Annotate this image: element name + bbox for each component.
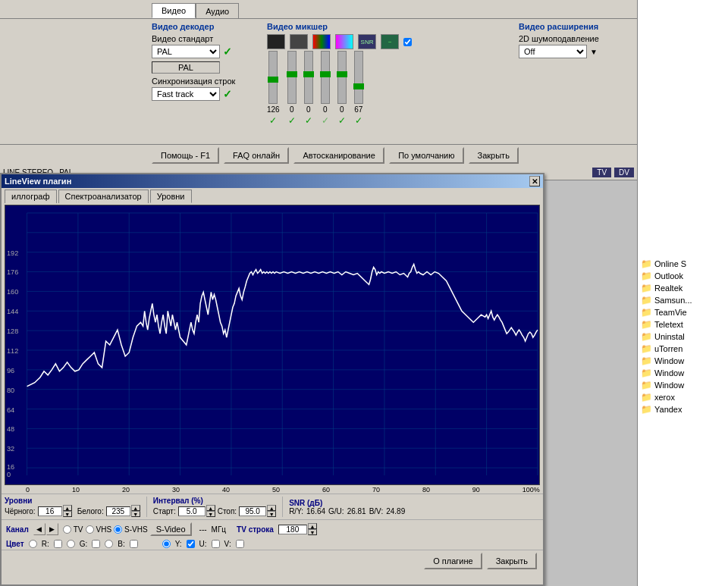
help-button[interactable]: Помощь - F1	[152, 147, 219, 164]
folder-label-xerox: xerox	[654, 393, 675, 402]
black-input[interactable]	[38, 506, 62, 516]
white-input[interactable]	[106, 506, 130, 516]
r-check[interactable]	[54, 540, 62, 548]
slider-2-track[interactable]	[287, 51, 297, 104]
folder-teletext[interactable]: 📁 Teletext	[638, 318, 728, 331]
slider-5-thumb[interactable]	[337, 71, 347, 77]
folder-teamviewer[interactable]: 📁 TeamVie	[638, 306, 728, 318]
mixer-icon-2	[290, 34, 308, 49]
tab-levels[interactable]: Уровни	[150, 190, 192, 203]
autoscan-button[interactable]: Автосканирование	[293, 147, 384, 164]
tv-row-spin-down[interactable]: ▼	[308, 529, 317, 535]
vhs-radio[interactable]	[86, 525, 94, 534]
video-decoder-section: Видео декодер Видео стандарт PAL ✓ PAL С…	[152, 22, 258, 126]
close-top-button[interactable]: Закрыть	[469, 147, 519, 164]
stop-input[interactable]	[239, 506, 266, 516]
slider-1: 126 ✓	[267, 51, 280, 126]
video-ext-section: Видео расширения 2D шумоподавление Off ▼	[519, 22, 617, 126]
slider-3-thumb[interactable]	[303, 71, 314, 77]
svhs-radio[interactable]	[114, 525, 122, 534]
video-standard-select[interactable]: PAL	[152, 45, 220, 58]
ry-value: 16.64	[306, 507, 325, 515]
svhs-radio-label: S-VHS	[124, 525, 148, 534]
slider-2-thumb[interactable]	[287, 71, 297, 77]
white-spin-down[interactable]: ▼	[131, 511, 140, 517]
slider-6-check: ✓	[355, 115, 362, 126]
folder-utorrent[interactable]: 📁 uTorren	[638, 343, 728, 355]
folder-uninstall[interactable]: 📁 Uninstal	[638, 331, 728, 343]
noise-reduction-arrow: ▼	[590, 48, 598, 56]
x-label-30: 30	[172, 486, 180, 494]
stop-spin-down[interactable]: ▼	[267, 511, 276, 517]
start-input[interactable]	[178, 506, 206, 516]
v-label: V:	[224, 540, 231, 548]
slider-1-track[interactable]	[268, 51, 278, 104]
mixer-checkbox[interactable]	[403, 38, 412, 46]
slider-6-thumb[interactable]	[353, 83, 364, 89]
folder-label-windows-1: Window	[654, 356, 684, 365]
svideo-button[interactable]: S-Video	[150, 522, 192, 536]
stop-spin-up[interactable]: ▲	[267, 505, 276, 511]
b-check[interactable]	[130, 540, 138, 548]
noise-reduction-row: Off ▼	[519, 45, 617, 58]
b-radio[interactable]	[105, 540, 113, 548]
black-spin-down[interactable]: ▼	[63, 511, 72, 517]
folder-windows-2[interactable]: 📁 Window	[638, 367, 728, 379]
folder-realtek[interactable]: 📁 Realtek	[638, 282, 728, 294]
tabs-bar: Видео Аудио	[0, 0, 728, 18]
start-spin: ▲ ▼	[178, 505, 215, 517]
slider-6-track[interactable]	[354, 51, 363, 104]
tv-radio[interactable]	[63, 525, 71, 534]
channel-down-btn[interactable]: ◀	[33, 523, 46, 535]
u-check[interactable]	[212, 540, 220, 548]
noise-reduction-select[interactable]: Off	[519, 45, 587, 58]
tv-row-spin-up[interactable]: ▲	[308, 523, 317, 529]
folder-xerox[interactable]: 📁 xerox	[638, 391, 728, 403]
window-close-icon[interactable]: ✕	[529, 176, 540, 186]
tv-row-input[interactable]	[278, 525, 307, 534]
tab-audio[interactable]: Аудио	[196, 3, 239, 18]
slider-4-thumb[interactable]	[320, 71, 331, 77]
tab-oscillograph[interactable]: иллограф	[5, 190, 57, 203]
channel-up-btn[interactable]: ▶	[46, 523, 58, 535]
start-spin-down[interactable]: ▼	[206, 511, 215, 517]
black-spin-up[interactable]: ▲	[63, 505, 72, 511]
stop-spin: ▲ ▼	[239, 505, 276, 517]
folder-samsung[interactable]: 📁 Samsun...	[638, 294, 728, 306]
slider-5-track[interactable]	[337, 51, 347, 104]
slider-1-thumb[interactable]	[268, 77, 278, 83]
folder-yandex[interactable]: 📁 Yandex	[638, 403, 728, 415]
g-check[interactable]	[92, 540, 100, 548]
svg-text:48: 48	[7, 425, 14, 433]
tab-spectrum[interactable]: Спектроанализатор	[58, 190, 149, 203]
slider-2-value: 0	[290, 105, 294, 114]
video-ext-label: Видео расширения	[519, 22, 617, 31]
folder-icon-teletext: 📁	[641, 319, 652, 330]
y-radio[interactable]	[162, 540, 171, 548]
x-label-20: 20	[122, 486, 130, 494]
r-radio[interactable]	[29, 540, 37, 548]
mixer-icons-row: SNR ~	[267, 34, 494, 49]
channel-label: Канал	[6, 525, 29, 534]
faq-button[interactable]: FAQ онлайн	[224, 147, 289, 164]
folder-outlook[interactable]: 📁 Outlook	[638, 270, 728, 282]
tv-radio-row: TV VHS S-VHS S-Video	[63, 522, 192, 536]
about-button[interactable]: О плагине	[424, 553, 482, 569]
slider-3-track[interactable]	[304, 51, 313, 104]
default-button[interactable]: По умолчанию	[389, 147, 463, 164]
mixer-icon-6: ~	[381, 34, 399, 49]
folder-windows-3[interactable]: 📁 Window	[638, 379, 728, 391]
x-label-100: 100%	[522, 486, 540, 494]
v-check[interactable]	[236, 540, 244, 548]
sync-select[interactable]: Fast track	[152, 87, 220, 101]
y-check[interactable]	[187, 540, 195, 548]
tab-video[interactable]: Видео	[152, 3, 196, 18]
folder-online-s[interactable]: 📁 Online S	[638, 258, 728, 270]
slider-4-track[interactable]	[321, 51, 330, 104]
bv-value: 24.89	[386, 507, 405, 515]
white-spin-up[interactable]: ▲	[131, 505, 140, 511]
g-radio[interactable]	[67, 540, 75, 548]
close-window-button[interactable]: Закрыть	[487, 553, 537, 569]
folder-windows-1[interactable]: 📁 Window	[638, 355, 728, 367]
start-spin-up[interactable]: ▲	[206, 505, 215, 511]
